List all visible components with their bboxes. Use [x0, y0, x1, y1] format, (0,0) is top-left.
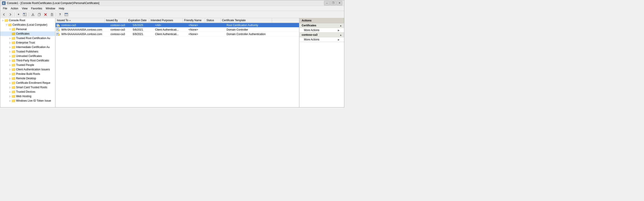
col-header-label: Intended Purposes	[150, 19, 173, 22]
action-section-header-certificates[interactable]: Certificates ▲	[300, 23, 344, 28]
tree-item-untrusted-certs[interactable]: ▷ Untrusted Certificates	[0, 54, 55, 58]
cell-issued-by: contoso-ca3	[109, 28, 132, 32]
delete-button[interactable]	[42, 12, 48, 17]
svg-point-9	[32, 15, 32, 16]
tree-label: Trusted Root Certification Au	[16, 37, 50, 40]
tree-label: Trusted People	[16, 63, 34, 67]
menu-file[interactable]: File	[1, 7, 9, 11]
main-content: ▷ Console Root ▽ Certificates (Local Co	[0, 18, 344, 107]
tree-label: Enterprise Trust	[16, 41, 35, 44]
table-row[interactable]: contoso-ca3 contoso-ca3 5/6/2025 <All> <…	[56, 23, 299, 28]
expander-icon: ▷	[8, 50, 12, 53]
cell-issued-to: contoso-ca3	[60, 23, 109, 27]
right-area: Issued To ▲ Issued By Expiration Date In…	[56, 18, 344, 107]
toolbar-separator-3	[56, 12, 56, 17]
tree-item-enterprise-trust[interactable]: ▷ Enterprise Trust	[0, 40, 55, 45]
tree-label: Smart Card Trusted Roots	[16, 86, 47, 89]
folder-icon	[12, 59, 16, 62]
tree-item-console-root[interactable]: ▷ Console Root	[0, 18, 55, 23]
tree-label: Untrusted Certificates	[16, 55, 42, 58]
cell-purposes: <All>	[154, 23, 187, 27]
cell-issued-to: WIN-0AAAAAAA00A.contoso.com	[60, 28, 109, 32]
toolbar-separator-2	[29, 12, 29, 17]
certificate-icon	[56, 28, 60, 32]
folder-icon	[12, 86, 16, 89]
col-header-label: Certificate Template	[222, 19, 246, 22]
tree-label: Certificates (Local Computer)	[12, 23, 47, 26]
minimize-button[interactable]: ─	[324, 1, 330, 5]
action-section-header-contoso[interactable]: contoso-ca3 ▲	[300, 33, 344, 37]
tree-item-web-hosting[interactable]: ▷ Web Hosting	[0, 94, 55, 98]
tree-item-personal[interactable]: ▽ Personal	[0, 27, 55, 32]
folder-icon	[12, 63, 16, 67]
window-controls: ─ ❐ ✕	[324, 1, 342, 5]
up-button[interactable]	[16, 12, 22, 17]
tree-item-local-computer[interactable]: ▽ Certificates (Local Computer)	[0, 23, 55, 27]
tree-item-trusted-people[interactable]: ▷ Trusted People	[0, 63, 55, 67]
expander-icon: ▷	[8, 72, 12, 76]
menu-view[interactable]: View	[20, 7, 30, 11]
col-header-expiration[interactable]: Expiration Date	[127, 18, 149, 23]
action-item-more-actions-contoso[interactable]: More Actions ▶	[300, 37, 344, 42]
folder-icon	[8, 23, 12, 26]
folder-icon	[12, 72, 16, 76]
table-row[interactable]: WIN-0AAAAAAA00A.contoso.com contoso-ca3 …	[56, 28, 299, 32]
svg-rect-21	[65, 13, 68, 14]
col-header-template[interactable]: Certificate Template	[221, 18, 272, 23]
expander-icon: ▷	[8, 90, 12, 94]
tree-item-trusted-publishers[interactable]: ▷ Trusted Publishers	[0, 49, 55, 54]
svg-point-30	[58, 30, 60, 31]
cell-status	[210, 29, 225, 30]
tree-item-trusted-root[interactable]: ▷ Trusted Root Certification Au	[0, 36, 55, 40]
action-section-contoso: contoso-ca3 ▲ More Actions ▶	[300, 33, 344, 42]
tree-item-remote-desktop[interactable]: ▷ Remote Desktop	[0, 76, 55, 81]
tree-label: Certificate Enrollment Reque	[16, 81, 50, 84]
menu-action[interactable]: Action	[9, 7, 20, 11]
col-header-label: Status	[206, 19, 214, 22]
list-panel: Issued To ▲ Issued By Expiration Date In…	[56, 18, 300, 107]
section-label: contoso-ca3	[302, 33, 318, 36]
cut-button[interactable]	[30, 12, 36, 17]
show-hide-button[interactable]	[22, 12, 28, 17]
tree-label: Console Root	[9, 19, 25, 22]
menu-window[interactable]: Window	[44, 7, 57, 11]
col-header-issued-by[interactable]: Issued By	[105, 18, 127, 23]
cell-purposes: Client Authenticati...	[154, 32, 187, 36]
paste-button[interactable]	[49, 12, 55, 17]
close-button[interactable]: ✕	[336, 1, 342, 5]
collapse-arrow-icon: ▲	[340, 24, 342, 27]
tree-item-intermediate-cert[interactable]: ▷ Intermediate Certification Au	[0, 45, 55, 49]
action-item-more-actions-certs[interactable]: More Actions ▶	[300, 28, 344, 32]
col-header-label: Friendly Name	[184, 19, 202, 22]
menu-help[interactable]: Help	[57, 7, 66, 11]
tree-item-third-party-root[interactable]: ▷ Third-Party Root Certificatio	[0, 58, 55, 63]
cell-issued-by: contoso-ca3	[109, 23, 132, 27]
col-header-status[interactable]: Status	[205, 18, 221, 23]
tree-item-certificates[interactable]: Certificates	[0, 32, 55, 36]
table-row[interactable]: WIN-0AAAAAAA00A.contoso.com contoso-ca3 …	[56, 32, 299, 36]
menu-bar: File Action View Favorites Window Help	[0, 6, 344, 11]
copy-button[interactable]	[36, 12, 42, 17]
restore-button[interactable]: ❐	[330, 1, 336, 5]
tree-item-trusted-devices[interactable]: ▷ Trusted Devices	[0, 90, 55, 94]
tree-label: Preview Build Roots	[16, 72, 40, 76]
col-header-friendly[interactable]: Friendly Name	[183, 18, 205, 23]
properties-button[interactable]	[63, 12, 69, 17]
svg-rect-5	[25, 13, 26, 16]
expander-icon: ▷	[8, 36, 12, 40]
tree-item-cert-enrollment[interactable]: ▷ Certificate Enrollment Reque	[0, 81, 55, 85]
folder-icon	[12, 50, 16, 53]
cell-issued-by: contoso-ca3	[109, 32, 132, 36]
svg-rect-2	[3, 3, 4, 3]
col-header-purposes[interactable]: Intended Purposes	[149, 18, 183, 23]
tree-item-preview-build[interactable]: ▷ Preview Build Roots	[0, 72, 55, 76]
forward-button[interactable]	[7, 12, 13, 17]
col-header-issued-to[interactable]: Issued To ▲	[56, 18, 105, 23]
expander-icon: ▷	[8, 59, 12, 62]
menu-favorites[interactable]: Favorites	[30, 7, 44, 11]
help-button[interactable]: ?	[57, 12, 63, 17]
back-button[interactable]	[1, 12, 7, 17]
tree-item-windows-live[interactable]: ▷ Windows Live ID Token Issue	[0, 98, 55, 103]
tree-item-smart-card[interactable]: ▷ Smart Card Trusted Roots	[0, 85, 55, 90]
tree-item-client-auth[interactable]: ▷ Client Authentication Issuers	[0, 67, 55, 72]
